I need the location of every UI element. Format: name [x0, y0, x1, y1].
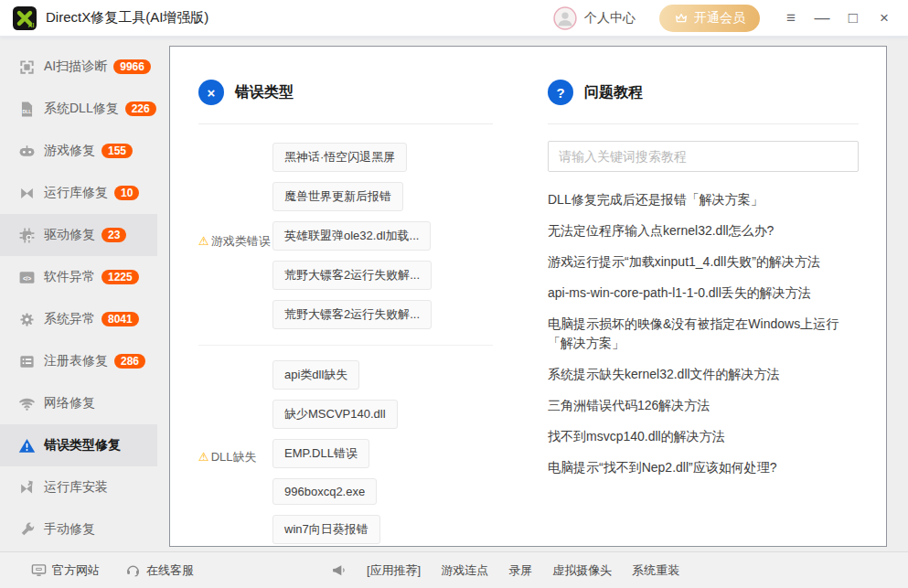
tutorial-item[interactable]: 电脑提示“找不到Nep2.dll”应该如何处理? [548, 458, 859, 477]
sidebar-item-runtime-install[interactable]: 运行库安装 [0, 466, 157, 508]
tutorial-header: ? 问题教程 [548, 80, 859, 105]
sidebar-item-system-dll[interactable]: DLL系统DLL修复226 [0, 88, 157, 130]
user-center-link[interactable]: 个人中心 [584, 10, 636, 27]
app-logo-icon: AI [13, 6, 37, 30]
sidebar-item-label: 运行库修复 [44, 185, 108, 201]
error-item-list: 黑神话·悟空闪退黑屏魔兽世界更新后报错英雄联盟弹ole32.dl加载...荒野大… [272, 143, 432, 339]
crown-icon [674, 11, 689, 26]
tutorial-title: 问题教程 [584, 83, 643, 102]
scrollbar-track[interactable] [888, 40, 908, 551]
tutorial-column: ? 问题教程 DLL修复完成后还是报错「解决方案」无法定位程序输入点kernel… [548, 47, 886, 546]
question-icon: ? [548, 80, 573, 105]
sidebar-item-software-error[interactable]: </>软件异常1225 [0, 256, 157, 298]
tutorial-item[interactable]: 系统提示缺失kernel32.dll文件的解决方法 [548, 365, 859, 384]
error-item-chip[interactable]: EMP.DLL错误 [272, 439, 369, 468]
user-avatar[interactable] [553, 6, 577, 30]
tutorial-item[interactable]: 无法定位程序输入点kernel32.dll怎么办? [548, 221, 859, 241]
menu-icon[interactable]: ≡ [780, 7, 802, 29]
error-category-label: ⚠DLL缺失 [170, 449, 272, 465]
error-group: ⚠DLL缺失api类dll缺失缺少MSCVP140.dllEMP.DLL错误99… [170, 360, 548, 547]
bottom-center-item[interactable]: 系统重装 [632, 562, 679, 579]
bottom-link-label: 官方网站 [52, 562, 100, 579]
count-badge: 10 [114, 186, 139, 200]
sidebar-item-label: 注册表修复 [44, 353, 108, 369]
tutorial-item[interactable]: 电脑提示损坏的映像&没有被指定在Windows上运行「解决方案」 [548, 315, 859, 353]
bottom-bar: 官方网站在线客服 [应用推荐]游戏连点录屏虚拟摄像头系统重装 [0, 551, 908, 588]
wrench-icon [18, 521, 36, 539]
sidebar-item-label: 网络修复 [44, 395, 95, 412]
close-x-icon: × [198, 80, 224, 105]
scan-icon [18, 59, 36, 76]
count-badge: 286 [114, 354, 145, 369]
title-bar: AI DirectX修复工具(AI增强版) 个人中心 开通会员 ≡ — □ × [0, 0, 908, 37]
bottom-link[interactable]: 在线客服 [125, 562, 194, 579]
sidebar-item-label: 手动修复 [44, 521, 95, 538]
error-type-column: × 错误类型 ⚠游戏类错误黑神话·悟空闪退黑屏魔兽世界更新后报错英雄联盟弹ole… [170, 47, 548, 546]
warning-icon: ⚠ [198, 234, 209, 248]
sidebar-item-label: 系统异常 [44, 311, 95, 327]
svg-text:</>: </> [23, 275, 31, 282]
megaphone-icon [331, 562, 347, 578]
maximize-icon[interactable]: □ [842, 7, 864, 29]
error-group: ⚠游戏类错误黑神话·悟空闪退黑屏魔兽世界更新后报错英雄联盟弹ole32.dl加载… [170, 143, 548, 339]
error-item-chip[interactable]: 英雄联盟弹ole32.dl加载... [272, 221, 431, 251]
tutorial-list: DLL修复完成后还是报错「解决方案」无法定位程序输入点kernel32.dll怎… [548, 190, 859, 477]
bottom-center-item[interactable]: 虚拟摄像头 [552, 562, 612, 579]
open-membership-button[interactable]: 开通会员 [659, 5, 760, 32]
error-category-label: ⚠游戏类错误 [170, 233, 272, 250]
tutorial-item[interactable]: 三角洲错误代码126解决方法 [548, 396, 859, 415]
close-icon[interactable]: × [873, 7, 895, 29]
error-item-list: api类dll缺失缺少MSCVP140.dllEMP.DLL错误996boxcq… [272, 360, 398, 547]
app-window: AI DirectX修复工具(AI增强版) 个人中心 开通会员 ≡ — □ × … [0, 0, 908, 588]
main-panel: × 错误类型 ⚠游戏类错误黑神话·悟空闪退黑屏魔兽世界更新后报错英雄联盟弹ole… [169, 46, 887, 547]
monitor-icon [31, 562, 47, 578]
sidebar-item-error-type[interactable]: 错误类型修复 [0, 424, 157, 466]
bottom-center-item[interactable]: 游戏连点 [441, 562, 488, 579]
sidebar-item-runtime-repair[interactable]: 运行库修复10 [0, 172, 157, 214]
chip-icon [18, 227, 36, 244]
sidebar-item-manual-repair[interactable]: 手动修复 [0, 508, 157, 551]
sidebar-item-label: 系统DLL修复 [44, 101, 119, 117]
sidebar-item-game-repair[interactable]: 游戏修复155 [0, 130, 157, 172]
sidebar-item-label: 运行库安装 [44, 479, 108, 496]
registry-icon [18, 353, 36, 370]
sidebar: AI扫描诊断9966DLL系统DLL修复226游戏修复155运行库修复10驱动修… [0, 46, 157, 551]
error-item-chip[interactable]: 荒野大镖客2运行失败解... [272, 300, 432, 329]
tutorial-search-input[interactable] [548, 141, 859, 172]
error-type-header: × 错误类型 [170, 80, 548, 105]
error-item-chip[interactable]: api类dll缺失 [272, 360, 359, 390]
error-item-chip[interactable]: 魔兽世界更新后报错 [272, 182, 403, 211]
sidebar-item-driver-repair[interactable]: 驱动修复23 [0, 214, 157, 256]
sidebar-item-label: 软件异常 [44, 269, 95, 285]
window-controls: ≡ — □ × [780, 7, 895, 29]
sidebar-item-network-repair[interactable]: 网络修复 [0, 382, 157, 424]
code-window-icon: </> [18, 269, 36, 286]
bottom-center-item[interactable]: 录屏 [508, 562, 532, 579]
error-item-chip[interactable]: 黑神话·悟空闪退黑屏 [272, 143, 407, 172]
tutorial-item[interactable]: 游戏运行提示“加载xinput1_4.dll失败”的解决方法 [548, 252, 859, 272]
bottom-link[interactable]: 官方网站 [31, 562, 100, 579]
bottom-center-item[interactable]: [应用推荐] [367, 562, 421, 579]
sidebar-item-ai-scan[interactable]: AI扫描诊断9966 [0, 46, 157, 88]
tutorial-item[interactable]: api-ms-win-core-path-l1-1-0.dll丢失的解决方法 [548, 283, 859, 303]
sidebar-item-system-error[interactable]: 系统异常8041 [0, 298, 157, 340]
wifi-icon [18, 395, 36, 412]
gamepad-icon [18, 143, 36, 160]
tutorial-item[interactable]: DLL修复完成后还是报错「解决方案」 [548, 190, 859, 209]
tutorial-item[interactable]: 找不到msvcp140.dll的解决方法 [548, 427, 859, 446]
app-title: DirectX修复工具(AI增强版) [46, 9, 208, 27]
error-item-chip[interactable]: 缺少MSCVP140.dll [272, 400, 398, 429]
warning-triangle-icon [18, 437, 36, 454]
count-badge: 23 [101, 228, 126, 242]
sidebar-item-label: 错误类型修复 [44, 437, 121, 454]
bottom-link-label: 在线客服 [146, 562, 194, 579]
error-item-chip[interactable]: 荒野大镖客2运行失败解... [272, 261, 432, 290]
error-item-chip[interactable]: win7向日葵报错 [272, 515, 380, 544]
error-group-list: ⚠游戏类错误黑神话·悟空闪退黑屏魔兽世界更新后报错英雄联盟弹ole32.dl加载… [170, 143, 548, 547]
sidebar-item-registry-repair[interactable]: 注册表修复286 [0, 340, 157, 382]
bottom-center-links: [应用推荐]游戏连点录屏虚拟摄像头系统重装 [331, 562, 679, 579]
runtime-install-icon [18, 479, 36, 497]
error-item-chip[interactable]: 996boxcq2.exe [272, 478, 377, 505]
minimize-icon[interactable]: — [811, 7, 833, 29]
count-badge: 226 [125, 102, 156, 116]
